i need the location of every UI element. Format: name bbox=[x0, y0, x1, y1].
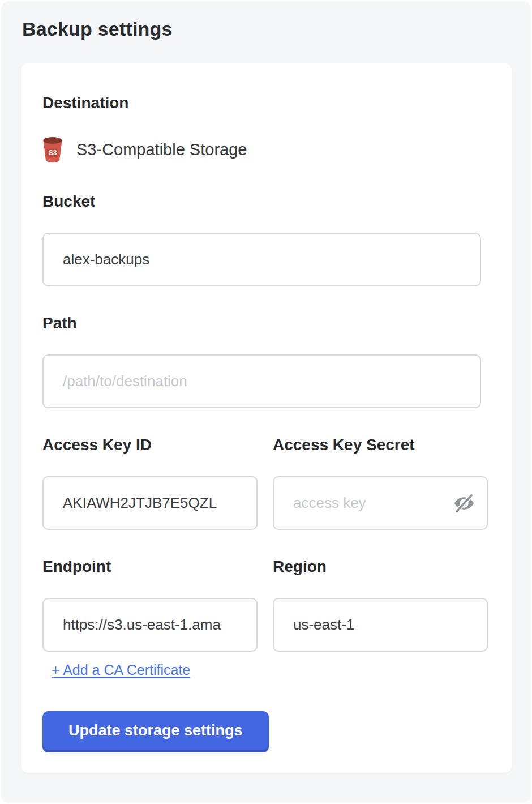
region-input[interactable] bbox=[273, 598, 488, 652]
access-key-secret-field: Access Key Secret bbox=[273, 408, 488, 530]
destination-value-row: S3 S3-Compatible Storage bbox=[42, 134, 488, 165]
update-storage-settings-button[interactable]: Update storage settings bbox=[42, 711, 269, 750]
access-key-id-input[interactable] bbox=[42, 476, 258, 530]
region-label: Region bbox=[273, 558, 488, 575]
access-key-secret-wrap bbox=[273, 476, 488, 530]
endpoint-region-row: Endpoint Region bbox=[42, 530, 488, 652]
add-ca-certificate-link[interactable]: + Add a CA Certificate bbox=[52, 662, 190, 678]
destination-label: Destination bbox=[42, 95, 488, 112]
region-field: Region bbox=[273, 530, 488, 652]
bucket-label: Bucket bbox=[42, 193, 488, 210]
eye-off-icon[interactable] bbox=[453, 492, 475, 515]
path-label: Path bbox=[42, 315, 488, 332]
access-key-id-field: Access Key ID bbox=[42, 408, 258, 530]
bucket-input[interactable] bbox=[42, 233, 481, 286]
endpoint-label: Endpoint bbox=[42, 558, 258, 575]
endpoint-input[interactable] bbox=[42, 598, 258, 652]
access-keys-row: Access Key ID Access Key Secret bbox=[42, 408, 488, 530]
backup-settings-card: Destination S3 S3-Compatible Storage Buc… bbox=[21, 63, 512, 773]
access-key-secret-label: Access Key Secret bbox=[273, 437, 488, 454]
backup-settings-page: Backup settings Destination S3 S3-Compat… bbox=[1, 1, 531, 803]
path-input[interactable] bbox=[42, 354, 481, 408]
s3-badge-text: S3 bbox=[49, 149, 57, 157]
access-key-id-label: Access Key ID bbox=[42, 437, 258, 454]
s3-bucket-icon: S3 bbox=[42, 136, 63, 163]
page-title: Backup settings bbox=[22, 18, 173, 40]
destination-value: S3-Compatible Storage bbox=[76, 140, 247, 159]
endpoint-field: Endpoint bbox=[42, 530, 258, 652]
